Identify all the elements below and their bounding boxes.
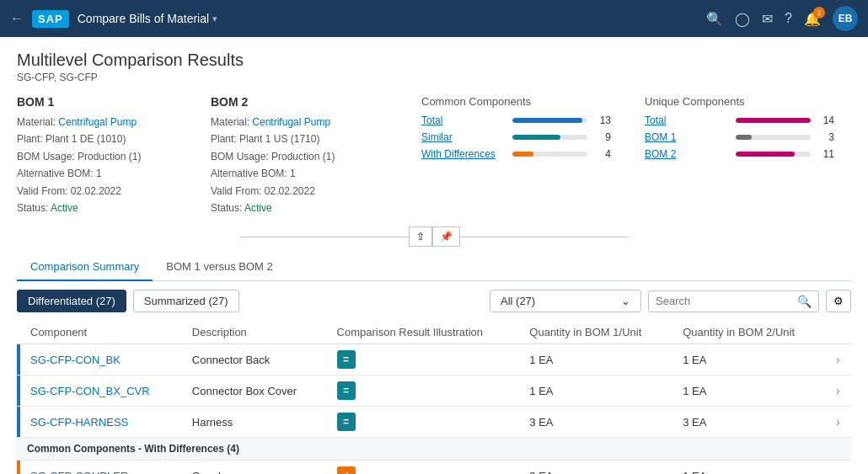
chart-row: With Differences 4 [421,148,611,160]
table-row[interactable]: SG-CFP-HARNESS Harness = 3 EA 3 EA › [17,407,851,438]
chart-label[interactable]: BOM 2 [645,148,729,160]
filter-label: All (27) [501,295,535,307]
chart-value: 4 [594,148,611,160]
component-link[interactable]: SG-CFP-COUPLER [30,470,128,474]
settings-button[interactable]: ⚙ [826,290,851,312]
table-row[interactable]: SG-CFP-CON_BX_CVR Connector Box Cover = … [17,375,851,407]
group-header-row: Common Components - With Differences (4) [17,438,851,461]
component-link[interactable]: SG-CFP-HARNESS [30,416,128,429]
collapse-up-button[interactable]: ⇧ [409,226,432,247]
component-link[interactable]: SG-CFP-CON_BX_CVR [30,385,150,397]
comparison-table[interactable]: Component Description Comparison Result … [17,321,851,474]
nav-cell[interactable]: › [826,407,851,438]
table-header-row: Component Description Comparison Result … [17,321,851,344]
unique-components-title: Unique Components [645,95,834,108]
chart-value: 13 [594,115,611,126]
bom2-material-link[interactable]: Centrifugal Pump [252,116,330,128]
pin-button[interactable]: 📌 [432,226,460,247]
chart-bar [736,135,752,140]
comparison-cell: = [327,375,520,407]
nav-cell[interactable]: › [826,375,851,407]
common-components-title: Common Components [421,95,611,108]
bom2-column: BOM 2 Material: Centrifugal Pump Plant: … [211,95,405,216]
help-icon[interactable]: ? [785,11,792,26]
equal-icon: = [337,350,356,369]
table: Component Description Comparison Result … [17,321,851,474]
right-line [460,237,629,237]
chart-label[interactable]: With Differences [421,148,506,160]
bom2-status: Active [244,202,272,214]
chart-row: Total 14 [645,115,834,126]
chart-bar-bg [736,135,811,140]
messages-icon[interactable]: ✉ [762,11,773,27]
col-nav [826,321,851,344]
chart-row: BOM 1 3 [645,131,834,143]
chart-row: BOM 2 11 [645,148,834,160]
chevron-right-icon: › [836,415,840,429]
unique-components-chart: Unique Components Total 14 BOM 1 3 BOM 2… [628,95,851,216]
chart-bar-bg [512,135,587,140]
tab-comparison-summary[interactable]: Comparison Summary [17,253,153,281]
equal-icon: = [337,413,356,431]
avatar[interactable]: EB [833,6,858,31]
component-cell: SG-CFP-COUPLER [20,461,182,474]
chart-label[interactable]: BOM 1 [645,131,729,143]
qty-bom2-cell: 3 EA [672,407,826,438]
page-subtitle: SG-CFP, SG-CFP [17,72,851,83]
comparison-cell: = [327,344,520,375]
component-link[interactable]: SG-CFP-CON_BK [30,354,121,366]
chart-bar [512,152,533,157]
chart-value: 3 [817,131,834,143]
col-comparison: Comparison Result Illustration [327,321,520,344]
left-line [240,237,409,237]
bom1-material-link[interactable]: Centrifugal Pump [58,116,137,128]
bom2-info: Material: Centrifugal Pump Plant: Plant … [211,114,388,216]
chart-bar-bg [736,118,811,123]
differentiated-button[interactable]: Differentiated (27) [17,290,126,312]
title-dropdown-arrow[interactable]: ▾ [212,13,217,24]
col-qty-bom1: Quantity in BOM 1/Unit [519,321,672,344]
chart-bar-bg [512,118,587,123]
chevron-right-icon: › [836,384,840,397]
chart-value: 9 [594,131,611,143]
chart-bar-bg [512,152,587,157]
chart-value: 11 [817,148,834,160]
search-input[interactable] [656,295,797,307]
filter-dropdown[interactable]: All (27) ⌄ [490,290,641,312]
comparison-cell: = [327,407,520,438]
qty-bom1-cell: 1 EA [519,375,672,407]
chart-bar [736,152,795,157]
summarized-button[interactable]: Summarized (27) [133,290,239,312]
user-settings-icon[interactable]: ◯ [735,11,750,27]
bom2-label: BOM 2 [211,95,388,109]
notifications-icon[interactable]: 🔔 1 [804,11,821,27]
nav-cell[interactable]: › [826,344,851,375]
toolbar: Differentiated (27) Summarized (27) All … [17,290,851,312]
qty-bom1-cell: 1 EA [519,344,672,375]
filter-dropdown-arrow: ⌄ [621,295,630,307]
app-header: ← SAP Compare Bills of Material ▾ 🔍 ◯ ✉ … [0,0,868,37]
col-component: Component [20,321,182,344]
nav-cell[interactable]: › [826,461,851,474]
search-icon[interactable]: 🔍 [706,11,723,27]
header-title: Compare Bills of Material ▾ [78,12,698,25]
qty-bom2-cell: 1 EA [672,461,826,474]
comparison-cell: ≠ [327,461,520,474]
tab-bom1-vs-bom2[interactable]: BOM 1 versus BOM 2 [153,253,286,281]
common-components-chart: Common Components Total 13 Similar 9 Wit… [405,95,628,216]
chart-label[interactable]: Total [421,115,506,126]
back-button[interactable]: ← [10,11,24,26]
header-icons: 🔍 ◯ ✉ ? 🔔 1 EB [706,6,858,31]
chart-label[interactable]: Total [645,115,729,126]
chart-bar [512,135,560,140]
app-title-text: Compare Bills of Material [78,12,209,25]
page-title: Multilevel Comparison Results [17,51,851,70]
qty-bom2-cell: 1 EA [672,344,826,375]
table-row[interactable]: SG-CFP-COUPLER Coupler ≠ 2 EA 1 EA › [17,461,851,474]
table-row[interactable]: SG-CFP-CON_BK Connector Back = 1 EA 1 EA… [17,344,851,375]
group-header-label: Common Components - With Differences (4) [17,438,851,461]
search-box: 🔍 [648,290,819,312]
chart-row: Similar 9 [421,131,611,143]
bom1-column: BOM 1 Material: Centrifugal Pump Plant: … [17,95,211,216]
chart-label[interactable]: Similar [421,131,506,143]
